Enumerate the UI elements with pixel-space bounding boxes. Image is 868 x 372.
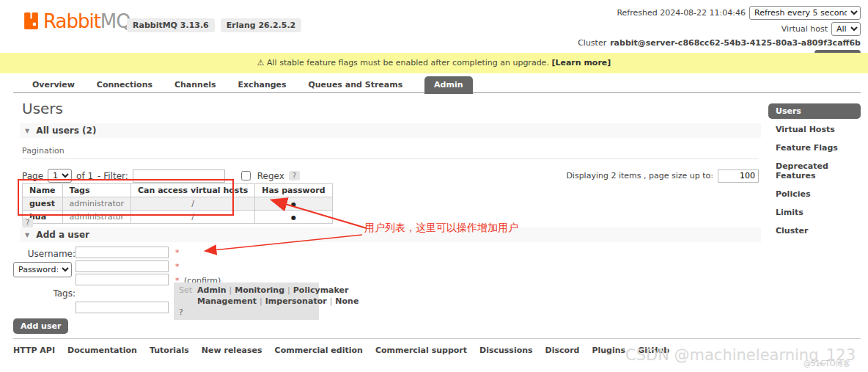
page-of-label: of 1 — [76, 171, 93, 181]
warning-text: All stable feature flags must be enabled… — [267, 58, 549, 68]
tag-option-admin[interactable]: Admin — [197, 285, 226, 295]
sidebar-item-cluster[interactable]: Cluster — [768, 223, 861, 238]
user-tags: administrator — [62, 211, 130, 224]
refresh-interval-select[interactable]: Refresh every 5 seconds — [749, 6, 861, 20]
page-title: Users — [22, 100, 761, 117]
tag-option-policymaker[interactable]: Policymaker — [293, 285, 349, 295]
user-vhosts: / — [130, 211, 254, 224]
refreshed-label: Refreshed 2024-08-22 11:04:46 — [617, 8, 746, 18]
password-type-select[interactable]: Password: — [13, 262, 72, 277]
footer-link-commercial-edition[interactable]: Commercial edition — [275, 346, 363, 355]
erlang-version-badge: Erlang 26.2.5.2 — [221, 18, 301, 32]
user-tags: administrator — [62, 197, 130, 211]
user-name-link[interactable]: guest — [23, 197, 63, 211]
footer-links: HTTP API Documentation Tutorials New rel… — [13, 338, 861, 355]
has-password-dot-icon: ● — [291, 214, 296, 221]
admin-sidebar: Users Virtual Hosts Feature Flags Deprec… — [768, 103, 861, 241]
page-number-select[interactable]: 1 — [48, 169, 72, 183]
footer-link-http-api[interactable]: HTTP API — [13, 346, 55, 355]
feature-flags-warning-banner: ⚠ All stable feature flags must be enabl… — [0, 53, 868, 73]
tab-channels[interactable]: Channels — [174, 76, 216, 94]
footer-link-plugins[interactable]: Plugins — [592, 346, 625, 355]
username-input[interactable] — [76, 247, 169, 258]
tag-option-management[interactable]: Management — [197, 296, 257, 306]
tags-help-badge[interactable]: ? — [179, 307, 314, 317]
tag-option-none[interactable]: None — [335, 296, 358, 306]
cto-watermark: @51CTO博客 — [803, 359, 850, 369]
col-tags: Tags — [62, 184, 130, 197]
sidebar-item-deprecated-features[interactable]: Deprecated Features — [768, 158, 861, 183]
table-row-guest: guest administrator / ● — [23, 197, 333, 211]
sidebar-item-limits[interactable]: Limits — [768, 205, 861, 220]
main-content: Users ▼ All users (2) Pagination Page 1 … — [20, 100, 761, 183]
page-size-input[interactable] — [718, 169, 759, 183]
collapse-triangle-icon: ▼ — [25, 128, 29, 134]
rabbitmq-logo[interactable]: RabbitMQ TM — [22, 10, 141, 32]
footer-link-tutorials[interactable]: Tutorials — [150, 346, 189, 355]
cluster-label: Cluster — [578, 38, 606, 48]
users-table: Name Tags Can access virtual hosts Has p… — [22, 183, 333, 224]
col-name: Name — [23, 184, 63, 197]
rabbitmq-logo-icon — [22, 12, 40, 30]
pagination-controls: Page 1 of 1 - Filter: Regex ? Displaying… — [22, 169, 761, 183]
regex-help-badge[interactable]: ? — [289, 171, 300, 180]
footer-link-commercial-support[interactable]: Commercial support — [375, 346, 467, 355]
sidebar-item-virtual-hosts[interactable]: Virtual Hosts — [768, 122, 861, 137]
tab-overview[interactable]: Overview — [32, 76, 75, 94]
regex-checkbox[interactable] — [241, 171, 251, 180]
users-table-help-badge[interactable]: ? — [22, 218, 33, 227]
brand-rabbit-text: Rabbit — [43, 10, 100, 32]
username-required-mark: * — [175, 248, 180, 258]
user-has-password: ● — [255, 197, 332, 211]
tag-option-monitoring[interactable]: Monitoring — [235, 285, 284, 295]
password-input[interactable] — [76, 260, 169, 272]
users-table-header-row: Name Tags Can access virtual hosts Has p… — [23, 184, 333, 197]
virtual-host-select[interactable]: All — [831, 22, 861, 36]
user-has-password: ● — [255, 211, 332, 224]
footer-link-new-releases[interactable]: New releases — [202, 346, 262, 355]
learn-more-link[interactable]: [Learn more] — [551, 58, 611, 68]
add-user-button[interactable]: Add user — [13, 318, 68, 334]
tab-exchanges[interactable]: Exchanges — [238, 76, 287, 94]
tab-admin[interactable]: Admin — [424, 76, 472, 94]
warning-icon: ⚠ — [257, 58, 265, 68]
add-user-header-label: Add a user — [36, 230, 89, 240]
sidebar-item-feature-flags[interactable]: Feature Flags — [768, 140, 861, 156]
table-row-hua: hua administrator / ● — [23, 211, 333, 224]
tags-label: Tags: — [13, 288, 76, 299]
all-users-header-label: All users (2) — [36, 125, 96, 136]
footer-link-github[interactable]: GitHub — [638, 346, 669, 355]
set-label: Set — [179, 285, 192, 295]
footer-link-discussions[interactable]: Discussions — [479, 346, 533, 355]
all-users-section-header[interactable]: ▼ All users (2) — [20, 123, 761, 138]
has-password-dot-icon: ● — [291, 201, 296, 208]
sidebar-item-policies[interactable]: Policies — [768, 186, 861, 202]
password-required-mark: * — [175, 262, 180, 271]
rabbitmq-admin-users-page: RabbitMQ TM RabbitMQ 3.13.6 Erlang 26.2.… — [0, 0, 868, 372]
tab-queues-and-streams[interactable]: Queues and Streams — [308, 76, 402, 94]
username-label: Username: — [13, 249, 76, 259]
tab-connections[interactable]: Connections — [97, 76, 152, 94]
brand-mq-text: MQ — [100, 10, 130, 32]
filter-label: - Filter: — [98, 171, 128, 181]
pagination-section-label: Pagination — [22, 146, 759, 159]
regex-label: Regex — [257, 171, 284, 181]
cluster-name: rabbit@server-c868cc62-54b3-4125-80a3-a8… — [610, 38, 861, 48]
main-tabbar: Overview Connections Channels Exchanges … — [13, 76, 861, 93]
collapse-triangle-icon: ▼ — [25, 232, 29, 238]
footer-link-discord[interactable]: Discord — [545, 346, 580, 355]
tag-option-impersonator[interactable]: Impersonator — [265, 296, 327, 306]
displaying-items-label: Displaying 2 items , page size up to: — [566, 171, 713, 180]
tags-input[interactable] — [76, 302, 169, 313]
sidebar-item-users[interactable]: Users — [768, 103, 861, 119]
footer-link-documentation[interactable]: Documentation — [67, 346, 137, 355]
rabbitmq-version-badge: RabbitMQ 3.13.6 — [127, 18, 215, 32]
col-has-password: Has password — [255, 184, 332, 197]
version-badges: RabbitMQ 3.13.6 Erlang 26.2.5.2 — [127, 18, 301, 32]
password-confirm-input[interactable] — [76, 274, 169, 285]
add-user-section-header[interactable]: ▼ Add a user — [20, 227, 761, 242]
page-label: Page — [22, 171, 43, 181]
virtual-host-label: Virtual host — [781, 24, 828, 34]
filter-input[interactable] — [133, 169, 225, 183]
tags-options-box: SetAdmin|Monitoring|Policymaker Manageme… — [174, 282, 319, 320]
